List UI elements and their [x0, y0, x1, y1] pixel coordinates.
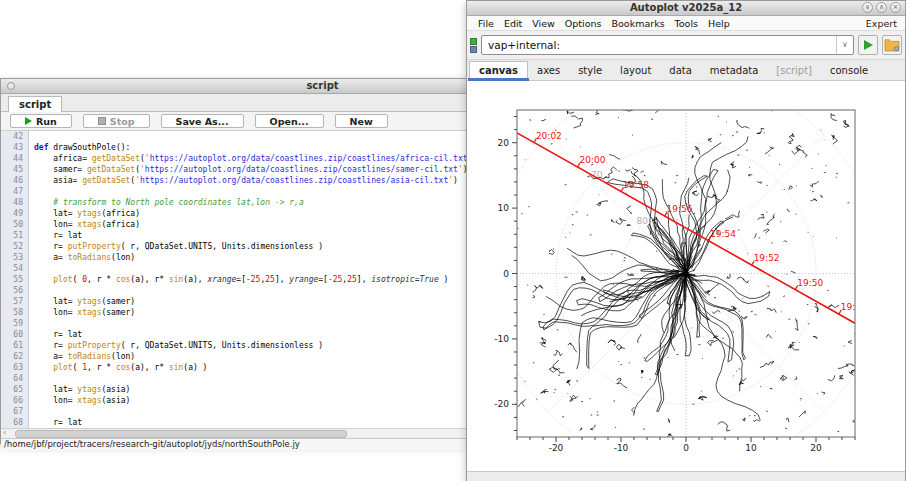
- line-number: 66: [1, 395, 23, 406]
- uri-bar: vap+internal: ∨: [467, 31, 905, 60]
- line-number: 42: [1, 131, 23, 142]
- tab-canvas[interactable]: canvas: [469, 61, 528, 80]
- file-path-text: /home/jbf/project/tracers/research-git/a…: [4, 439, 300, 449]
- line-number: 62: [1, 351, 23, 362]
- tab-axes[interactable]: axes: [528, 62, 569, 80]
- svg-text:20: 20: [498, 138, 510, 148]
- line-number: 43: [1, 142, 23, 153]
- svg-text:20: 20: [810, 443, 822, 453]
- maximize-button[interactable]: ∧: [876, 2, 887, 13]
- colatitude-label: 80: [637, 216, 649, 226]
- autoplot-window-title: Autoplot v2025a_12: [630, 1, 742, 15]
- scroll-left-arrow-icon[interactable]: ‹: [3, 429, 6, 437]
- line-number: 48: [1, 197, 23, 208]
- tab-data[interactable]: data: [660, 62, 701, 80]
- tab-layout[interactable]: layout: [611, 62, 660, 80]
- trajectory-time-label: 19:56: [667, 204, 693, 214]
- line-number: 56: [1, 285, 23, 296]
- autoplot-tab-bar: canvasaxesstylelayoutdatametadata[script…: [467, 60, 905, 81]
- stop-button-label: Stop: [110, 116, 135, 127]
- line-number: 57: [1, 296, 23, 307]
- line-number: 45: [1, 164, 23, 175]
- open-button[interactable]: Open...: [255, 114, 324, 128]
- line-number: 59: [1, 318, 23, 329]
- green-led-icon: [470, 38, 477, 45]
- tab-script[interactable]: script: [8, 96, 62, 112]
- line-number: 54: [1, 263, 23, 274]
- close-button[interactable]: ×: [890, 2, 901, 13]
- open-file-button[interactable]: [882, 35, 902, 55]
- line-number: 64: [1, 373, 23, 384]
- window-control-icon[interactable]: [7, 82, 15, 90]
- menu-items: FileEditViewOptionsBookmarksToolsHelp: [473, 18, 735, 29]
- line-number: 51: [1, 230, 23, 241]
- script-window-title: script: [306, 79, 338, 93]
- svg-text:-20: -20: [549, 443, 564, 453]
- svg-text:10: 10: [498, 203, 510, 213]
- scrollbar-thumb[interactable]: [15, 430, 347, 438]
- dropdown-chevron-icon[interactable]: ∨: [836, 36, 853, 54]
- line-number: 52: [1, 241, 23, 252]
- run-button[interactable]: Run: [10, 114, 72, 128]
- menu-view[interactable]: View: [527, 18, 560, 29]
- uri-combobox[interactable]: vap+internal: ∨: [481, 35, 854, 55]
- go-play-icon: [864, 40, 873, 50]
- line-number: 60: [1, 329, 23, 340]
- line-number: 68: [1, 417, 23, 428]
- expert-mode-label[interactable]: Expert: [866, 18, 899, 29]
- svg-text:-10: -10: [614, 443, 629, 453]
- trajectory-time-label: 19:48: [841, 302, 867, 312]
- line-number: 44: [1, 153, 23, 164]
- svg-text:0: 0: [683, 443, 689, 453]
- menu-edit[interactable]: Edit: [499, 18, 527, 29]
- autoplot-titlebar[interactable]: Autoplot v2025a_12 ∨ ∧ ×: [467, 1, 905, 16]
- go-button[interactable]: [858, 35, 878, 55]
- line-number: 63: [1, 362, 23, 373]
- menu-bar: FileEditViewOptionsBookmarksToolsHelp Ex…: [467, 16, 905, 31]
- folder-icon: [884, 38, 900, 52]
- tab-style[interactable]: style: [569, 62, 611, 80]
- run-play-icon: [25, 117, 32, 125]
- line-number: 58: [1, 307, 23, 318]
- datasource-indicator-icon: [470, 38, 477, 53]
- line-number: 61: [1, 340, 23, 351]
- line-number: 65: [1, 384, 23, 395]
- svg-text:-20: -20: [494, 399, 509, 409]
- blue-led-icon: [470, 46, 477, 53]
- tab-script[interactable]: [script]: [767, 62, 821, 80]
- tab-metadata[interactable]: metadata: [701, 62, 767, 80]
- autoplot-window: Autoplot v2025a_12 ∨ ∧ × FileEditViewOpt…: [466, 0, 906, 481]
- line-number-gutter: 4243444546474849505152535455565758596061…: [1, 131, 29, 428]
- stop-icon: [98, 117, 106, 125]
- menu-help[interactable]: Help: [703, 18, 735, 29]
- line-number: 50: [1, 219, 23, 230]
- menu-bookmarks[interactable]: Bookmarks: [607, 18, 670, 29]
- line-number: 46: [1, 175, 23, 186]
- stop-button[interactable]: Stop: [83, 114, 150, 128]
- svg-text:0: 0: [503, 269, 509, 279]
- line-number: 67: [1, 406, 23, 417]
- line-number: 55: [1, 274, 23, 285]
- minimize-button[interactable]: ∨: [862, 2, 873, 13]
- menu-file[interactable]: File: [473, 18, 499, 29]
- plot-canvas[interactable]: 708020:0220:0019:5819:5619:5419:5219:501…: [467, 81, 905, 471]
- trajectory-time-label: 19:50: [797, 278, 823, 288]
- trajectory-time-label: 19:58: [623, 180, 649, 190]
- line-number: 53: [1, 252, 23, 263]
- autoplot-status-bar: [467, 471, 905, 481]
- trajectory-time-label: 20:02: [536, 131, 562, 141]
- polar-coastline-plot: 708020:0220:0019:5819:5619:5419:5219:501…: [467, 81, 906, 471]
- run-button-label: Run: [36, 116, 57, 127]
- new-button[interactable]: New: [335, 114, 388, 128]
- trajectory-time-label: 19:52: [754, 253, 780, 263]
- menu-options[interactable]: Options: [560, 18, 607, 29]
- svg-text:-10: -10: [494, 334, 509, 344]
- uri-value[interactable]: vap+internal:: [482, 39, 836, 51]
- line-number: 47: [1, 186, 23, 197]
- line-number: 49: [1, 208, 23, 219]
- svg-text:10: 10: [745, 443, 757, 453]
- save-as-button[interactable]: Save As...: [161, 114, 244, 128]
- trajectory-time-label: 19:54: [710, 229, 736, 239]
- menu-tools[interactable]: Tools: [670, 18, 703, 29]
- tab-console[interactable]: console: [821, 62, 877, 80]
